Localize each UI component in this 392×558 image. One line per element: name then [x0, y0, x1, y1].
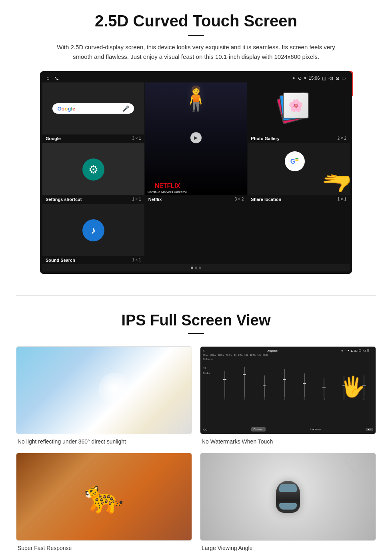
feature-sunlight: No light reflecting under 360° direct su…	[16, 346, 192, 445]
usb-icon: ⌥	[53, 75, 59, 81]
cheetah-image: 🐆	[16, 453, 192, 541]
status-right: ✦ ⊙ ▾ 15:06 ◫ ◁) ⊠ ▭	[292, 76, 346, 81]
time-display: 15:06	[309, 76, 320, 80]
dot-1	[191, 267, 193, 269]
sunlight-label: No light reflecting under 360° direct su…	[16, 438, 192, 445]
amplifier-image: ⌂ Amplifier ≡ ··· ▾ 17:33 ◫ ◁) ⊠ ←	[200, 346, 376, 434]
gallery-label-bar: Photo Gallery 2 × 2	[248, 134, 350, 143]
settings-app-content: ⚙	[42, 143, 144, 195]
close-icon[interactable]: ⊠	[336, 76, 339, 81]
netflix-subtitle: Continue Marvel's Daredevil	[148, 190, 188, 194]
share-app-cell[interactable]: G 🫳 Share location 1 × 1	[248, 143, 350, 203]
section1-divider	[188, 35, 204, 36]
netflix-app-cell[interactable]: 🧍 ▶ NETFLIX Continue Marvel's Daredevil …	[145, 82, 247, 203]
feature-car: Large Viewing Angle	[200, 453, 376, 551]
google-maps-icon: G	[285, 151, 305, 171]
car-roof	[276, 481, 300, 513]
mic-icon[interactable]: 🎤	[122, 105, 129, 112]
gallery-app-size: 2 × 2	[337, 136, 346, 141]
amp-time: 17:33	[350, 349, 358, 352]
share-app-content: G 🫳	[248, 143, 350, 195]
status-bar: ⌂ ⌥ ✦ ⊙ ▾ 15:06 ◫ ◁) ⊠ ▭	[42, 74, 350, 82]
gallery-app-name: Photo Gallery	[251, 136, 280, 141]
device-screen: ⌂ ⌥ ✦ ⊙ ▾ 15:06 ◫ ◁) ⊠ ▭	[40, 71, 352, 274]
volume-icon: ◁)	[328, 76, 333, 81]
car-windshield	[279, 484, 297, 492]
car-label: Large Viewing Angle	[200, 545, 376, 551]
amp-vol-icon: ◁)	[363, 349, 366, 352]
netflix-info: NETFLIX Continue Marvel's Daredevil	[148, 183, 188, 194]
car-top-view	[276, 481, 300, 513]
settings-app-name: Settings shortcut	[46, 197, 82, 202]
google-search-bar[interactable]: Google 🎤	[52, 103, 134, 114]
photo-stack: 🌸	[283, 92, 315, 124]
section1-description: With 2.5D curved-display screen, this de…	[56, 42, 336, 62]
sunlight-glow	[98, 373, 130, 405]
dot-3	[199, 267, 201, 269]
netflix-app-name: Netflix	[148, 197, 162, 202]
home-icon[interactable]: ⌂	[46, 75, 49, 81]
photo-card-3: 🌸	[283, 92, 309, 118]
svg-line-5	[356, 459, 368, 473]
amp-bottom: ◁◁ Custom loudness ●○	[203, 427, 373, 432]
netflix-app-content: 🧍 ▶ NETFLIX Continue Marvel's Daredevil	[145, 82, 247, 195]
amp-header: ⌂ Amplifier ≡ ··· ▾ 17:33 ◫ ◁) ⊠ ←	[203, 349, 373, 352]
google-logo: Google	[57, 106, 75, 112]
settings-app-size: 1 × 1	[132, 197, 141, 202]
amp-hand-icon: 🖐	[340, 375, 365, 398]
amp-speaker-icon: ◁)	[203, 366, 213, 369]
amp-camera-icon: ◫	[359, 349, 362, 352]
section2-divider	[188, 333, 204, 334]
netflix-logo: NETFLIX	[148, 183, 188, 190]
cheetah-bg: 🐆	[16, 453, 192, 540]
location-icon: ⊙	[298, 76, 302, 81]
hand-pointing-icon: 🫳	[322, 169, 350, 197]
sound-app-content: ♪	[42, 204, 144, 256]
window-icon[interactable]: ▭	[342, 76, 346, 81]
sunlight-image	[16, 346, 192, 434]
google-app-content: Google 🎤	[42, 82, 144, 134]
camera-icon: ◫	[322, 76, 326, 81]
sound-app-name: Sound Search	[46, 258, 75, 263]
section2-title: IPS Full Screen View	[16, 312, 376, 329]
svg-line-4	[344, 459, 356, 473]
amp-toggle[interactable]: ●○	[366, 428, 373, 431]
share-app-name: Share location	[251, 197, 281, 202]
google-label-bar: Google 3 × 1	[42, 134, 144, 143]
sunlight-bg	[16, 347, 192, 434]
settings-icon: ⚙	[82, 159, 104, 181]
viewing-angle-indicator	[340, 457, 372, 489]
amp-dots-icon: ···	[344, 349, 346, 352]
amp-wifi-icon: ▾	[348, 349, 349, 352]
features-grid: No light reflecting under 360° direct su…	[16, 346, 376, 551]
google-app-name: Google	[46, 136, 61, 141]
svg-rect-3	[295, 160, 298, 161]
settings-label-bar: Settings shortcut 1 × 1	[42, 195, 144, 203]
amp-back-icon: ←	[370, 349, 373, 352]
sound-app-cell[interactable]: ♪ Sound Search 1 × 1	[42, 204, 144, 264]
amplifier-mockup: ⌂ Amplifier ≡ ··· ▾ 17:33 ◫ ◁) ⊠ ←	[200, 347, 376, 434]
netflix-label-bar: Netflix 3 × 2	[145, 195, 247, 203]
gallery-app-cell[interactable]: 🌸 Photo Gallery 2 × 2	[248, 82, 350, 143]
cheetah-label: Super Fast Response	[16, 545, 192, 551]
google-app-cell[interactable]: Google 🎤 Google 3 × 1	[42, 82, 144, 143]
amp-title: Amplifier	[268, 349, 278, 352]
car-bg	[200, 453, 376, 540]
page-dots	[42, 264, 350, 271]
play-button[interactable]: ▶	[190, 132, 202, 143]
amp-nav-icon: ◁◁	[203, 428, 207, 431]
gallery-app-content: 🌸	[248, 82, 350, 134]
netflix-app-size: 3 × 2	[235, 197, 244, 202]
app-grid: Google 🎤 Google 3 × 1 🧍	[42, 82, 350, 264]
car-rear-window	[279, 503, 297, 510]
device-mockup: Screen Size 10.1" ⌂ ⌥ ✦ ⊙ ▾ 15:06 ◫ ◁) ⊠	[40, 71, 352, 274]
sound-app-size: 1 × 1	[132, 258, 141, 263]
settings-app-cell[interactable]: ⚙ Settings shortcut 1 × 1	[42, 143, 144, 203]
feature-amplifier: ⌂ Amplifier ≡ ··· ▾ 17:33 ◫ ◁) ⊠ ←	[200, 346, 376, 445]
cheetah-icon: 🐆	[84, 478, 124, 516]
music-icon: ♪	[82, 219, 104, 241]
amp-custom-button[interactable]: Custom	[251, 427, 266, 432]
amp-loudness-label: loudness	[310, 428, 321, 431]
dot-2	[195, 267, 197, 269]
amp-menu-icon: ≡	[341, 349, 343, 352]
